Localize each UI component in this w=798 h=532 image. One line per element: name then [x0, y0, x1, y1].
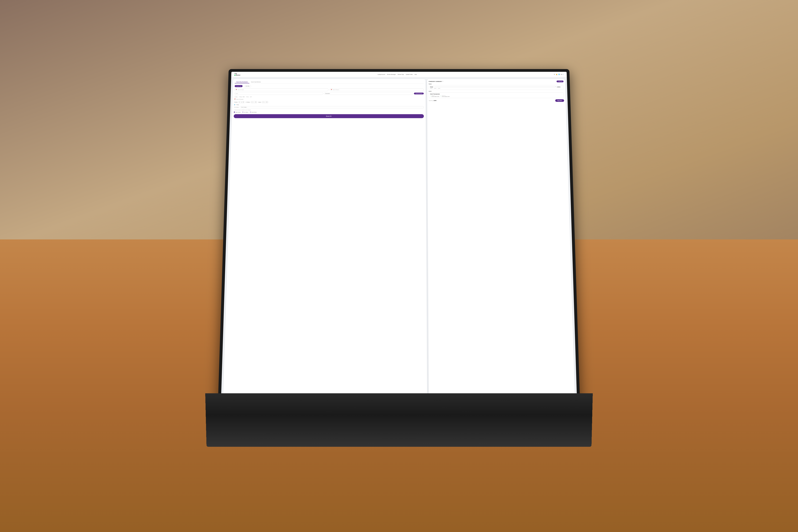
facebook-icon[interactable]: f [563, 74, 564, 75]
pay-now-button[interactable]: Pay Now [555, 99, 564, 102]
car-option[interactable]: Car Option [242, 112, 248, 113]
nav-profile[interactable]: Update Profile [406, 74, 413, 75]
children-increment[interactable]: + [255, 101, 256, 103]
bags-row: 🧳 1 Bags [234, 104, 424, 105]
infants-increment[interactable]: + [266, 101, 268, 103]
origin-field[interactable]: Origin [234, 92, 323, 95]
traveler-row: 8 Adults - 8 + 2 Children - 2 [234, 101, 424, 103]
hotel-card: Hotel Transylvania ✓ Check in 18 Oct 202… [429, 92, 564, 98]
days-mrc: 4 Days MRC [239, 96, 245, 97]
itinerary-panel: ITINERARY SUMMARY ℹ + Add Item Flights D… [427, 79, 575, 402]
search-panel: Search By Destination Search By Attribut… [223, 79, 427, 402]
date-row: 📅 Date Of Travel 📅 Date Of Return [234, 89, 423, 91]
destination-field[interactable]: Destination [324, 92, 413, 95]
nav-icons: ⚙ 🔔 🌐 EN f [554, 74, 564, 75]
expand-icon[interactable]: ⌄ [561, 86, 562, 88]
flight-option-label: Flight Option [235, 112, 241, 113]
date-return-field[interactable]: 📅 Date Of Return [330, 89, 424, 91]
hotels-section: Hotels [429, 91, 564, 92]
check-out-date: 24 Oct 2023 14:00 [442, 96, 450, 97]
search-tabs: Search By Destination Search By Attribut… [235, 81, 424, 83]
flights-section: Flights [429, 83, 564, 84]
check-out-icon: ✓ [440, 95, 441, 97]
days-duration-label: Days Of Duration [236, 99, 243, 100]
check-out-group: Check out 24 Oct 2023 14:00 [442, 95, 450, 97]
option-row: Flight Option Car Option Hotel Option [234, 112, 424, 113]
flight-times: 19:00 22:45 22:46 [430, 88, 563, 89]
dest-city: Lisbon [557, 87, 560, 88]
nav-help[interactable]: Help [415, 74, 417, 75]
settings-icon[interactable]: ⚙ [554, 74, 555, 75]
days-duration-row: 📅 Days Of Duration [234, 99, 424, 100]
add-destination-button[interactable]: + Add Destination [414, 93, 424, 94]
children-stepper: - 2 + [250, 101, 257, 103]
children-label: 2 Children [246, 102, 250, 102]
hotel-option[interactable]: Hotel Option [250, 112, 257, 113]
laptop-base [205, 393, 593, 447]
hotel-name: Hotel Transylvania [430, 94, 563, 95]
hotel-dates: ✓ Check in 18 Oct 2023 14:00 ✓ Check out [430, 95, 563, 97]
search-button[interactable]: Search [234, 114, 424, 118]
destination-label: Destination [325, 93, 330, 94]
add-item-button[interactable]: + Add Item [556, 80, 564, 82]
children-group: 2 Children - 2 + [246, 101, 258, 103]
adults-group: 8 Adults - 8 + [234, 101, 245, 103]
check-in-date: 18 Oct 2023 14:00 [432, 96, 439, 97]
hotel-option-label: Hotel Option [251, 112, 257, 113]
globe-icon[interactable]: 🌐 [558, 74, 560, 75]
hotel-radio [250, 112, 251, 113]
infants-decrement[interactable]: - [262, 101, 264, 103]
app-header: Trip Mentor Loyalty Account Review Messa… [231, 72, 567, 77]
date-return-label: Date Of Return [333, 89, 339, 90]
flight-option[interactable]: Flight Option [234, 112, 241, 113]
tab-destination[interactable]: Search By Destination [235, 81, 249, 83]
laptop-screen: Trip Mentor Loyalty Account Review Messa… [218, 69, 580, 406]
depart-time: 19:00 [430, 88, 433, 89]
info-icon: ℹ [442, 81, 443, 82]
adults-increment[interactable]: + [243, 101, 244, 103]
lza-tag: LZA [234, 96, 238, 98]
total-label: Total Price: [429, 100, 433, 101]
budget-input[interactable] [240, 106, 424, 108]
mrc-label: MRC [243, 96, 245, 97]
total-price: $498 [434, 100, 436, 101]
trip-type-row: Round Trip One Way [234, 85, 424, 87]
date-travel-field[interactable]: 📅 Date Of Travel [234, 89, 328, 91]
destination-row: Origin Destination + Add Destination [234, 92, 424, 95]
layover-time: 22:46 [438, 88, 440, 89]
itinerary-title: ITINERARY SUMMARY ℹ [429, 81, 443, 82]
laptop: Trip Mentor Loyalty Account Review Messa… [224, 64, 574, 447]
arrive-time: 22:45 [434, 88, 436, 89]
fam-lza: 4 Fam [246, 96, 249, 97]
flight-card: Dubai Lisbon ⌄ 19:00 22:45 22:46 [429, 85, 564, 90]
infants-stepper: - 0 + [262, 101, 268, 103]
lza-row: LZA 4 Days MRC 4 Fam LZA [234, 96, 424, 98]
nav-messages[interactable]: Review Messages [387, 74, 396, 75]
nav-trips[interactable]: Review Trips [398, 74, 404, 75]
bags-label: 1 Bags [236, 104, 239, 105]
logo-dot [234, 75, 235, 76]
lza-label: LZA [235, 96, 237, 97]
round-trip-btn[interactable]: Round Trip [234, 85, 243, 87]
calendar-icon: 📅 [235, 89, 237, 90]
check-in-item: ✓ Check in 18 Oct 2023 14:00 [430, 95, 439, 97]
children-decrement[interactable]: - [251, 101, 253, 103]
adults-value: 8 [241, 102, 242, 102]
count-lza: LZA [250, 96, 252, 97]
logo: Trip Mentor [234, 73, 240, 76]
lang-label[interactable]: EN [561, 74, 563, 75]
flight-radio [234, 112, 235, 113]
bags-icon: 🧳 [234, 104, 235, 105]
adults-stepper: - 8 + [238, 101, 245, 103]
tab-attributes[interactable]: Search By Attributes [249, 81, 263, 83]
nav-loyalty[interactable]: Loyalty Account [378, 74, 385, 75]
origin-label: Origin [235, 93, 238, 94]
calendar2-icon: 📅 [331, 89, 332, 90]
nav-links: Loyalty Account Review Messages Review T… [378, 74, 417, 75]
one-way-btn[interactable]: One Way [244, 85, 251, 87]
infants-value: 0 [264, 102, 266, 102]
notification-icon[interactable]: 🔔 [556, 74, 557, 75]
car-radio [242, 112, 243, 113]
adults-decrement[interactable]: - [239, 101, 240, 103]
infants-label: Infants [258, 102, 261, 102]
